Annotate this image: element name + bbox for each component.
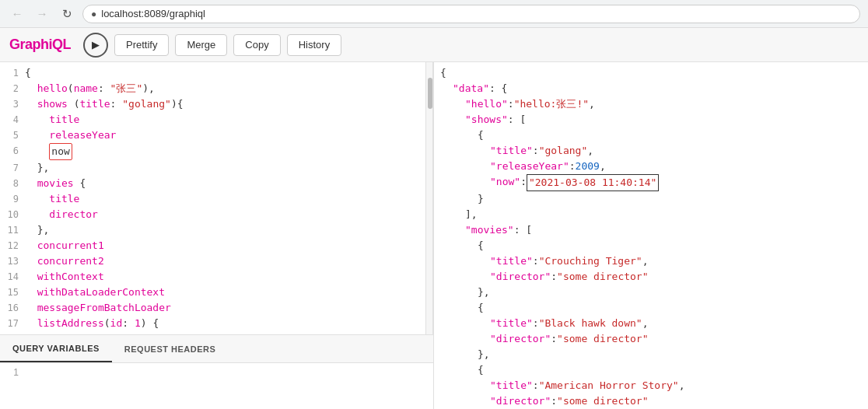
result-line: {	[434, 238, 868, 253]
graphiql-logo: GraphiQL	[9, 37, 71, 53]
graphiql-toolbar: GraphiQL ▶ Prettify Merge Copy History	[0, 28, 868, 62]
result-line: {	[434, 300, 868, 316]
result-brace: }	[478, 191, 484, 207]
prettify-button[interactable]: Prettify	[114, 34, 169, 56]
result-key: "data"	[453, 81, 489, 96]
result-key: "title"	[490, 316, 533, 331]
line-number: 13	[0, 253, 25, 268]
editor-line: 17 listAddress(id: 1) {	[0, 316, 425, 331]
editor-line: 12 concurrent1	[0, 238, 425, 253]
result-colon: :	[551, 269, 557, 285]
line-code: withContext	[25, 269, 425, 285]
editor-line: 15 withDataLoaderContext	[0, 285, 425, 300]
line-code: },	[25, 222, 425, 238]
result-brace: {	[478, 238, 484, 253]
line-code: concurrent1	[25, 238, 425, 253]
result-line: "director": "some director"	[434, 269, 868, 285]
editor-line: 9 title	[0, 191, 425, 207]
editor-line: 18 street	[0, 331, 425, 335]
editor-line: 3 shows (title: "golang"){	[0, 96, 425, 112]
highlighted-token: now	[49, 143, 72, 160]
line-code: messageFromBatchLoader	[25, 300, 425, 316]
merge-button[interactable]: Merge	[175, 34, 227, 56]
line-number: 10	[0, 207, 25, 222]
result-comma: ,	[587, 143, 593, 159]
result-key: "director"	[490, 269, 551, 285]
result-line: "title": "golang",	[434, 143, 868, 159]
forward-button[interactable]: →	[33, 5, 51, 23]
query-editor[interactable]: 1{2 hello(name: "张三"),3 shows (title: "g…	[0, 62, 425, 334]
copy-button[interactable]: Copy	[233, 34, 280, 56]
editor-scrollbar[interactable]	[425, 62, 433, 334]
result-line: "data": {	[434, 81, 868, 96]
result-key: "shows"	[465, 112, 508, 128]
address-bar[interactable]: ● localhost:8089/graphiql	[82, 5, 860, 23]
result-colon: : [	[514, 222, 532, 238]
line-number: 2	[0, 81, 25, 96]
result-line: {	[434, 362, 868, 378]
line-code: listAddress(id: 1) {	[25, 316, 425, 331]
result-colon: :	[533, 143, 539, 159]
line-number: 1	[0, 65, 25, 80]
left-panel: 1{2 hello(name: "张三"),3 shows (title: "g…	[0, 62, 434, 409]
run-button[interactable]: ▶	[83, 33, 108, 58]
result-line: },	[434, 347, 868, 362]
result-comma: ,	[600, 159, 606, 174]
result-comma: ,	[642, 316, 649, 331]
back-button[interactable]: ←	[8, 5, 26, 23]
result-line: "title": "Black hawk down",	[434, 316, 868, 331]
result-value: "Crouching Tiger"	[539, 253, 642, 269]
result-key: "title"	[490, 143, 533, 159]
result-value: "hello:张三!"	[514, 96, 589, 112]
editor-line: 8 movies {	[0, 176, 425, 191]
line-number: 14	[0, 269, 25, 284]
result-brace: {	[478, 362, 484, 378]
result-line: },	[434, 285, 868, 300]
result-key: "now"	[490, 174, 520, 191]
result-line: "now": "2021-03-08 11:40:14"	[434, 174, 868, 191]
result-colon: :	[569, 159, 576, 174]
editor-line: 2 hello(name: "张三"),	[0, 81, 425, 96]
result-brace: ],	[465, 207, 478, 222]
request-headers-tab[interactable]: REQUEST HEADERS	[112, 335, 229, 362]
result-brace: },	[478, 347, 490, 362]
history-button[interactable]: History	[287, 34, 341, 56]
variables-editor[interactable]: 1	[0, 362, 433, 409]
line-number: 9	[0, 191, 25, 206]
result-line: "title": "Crouching Tiger",	[434, 253, 868, 269]
result-value: "golang"	[539, 143, 588, 159]
line-number: 18	[0, 331, 25, 335]
line-code: {	[25, 65, 425, 81]
result-brace: {	[478, 128, 484, 143]
result-colon: :	[551, 393, 557, 409]
result-key: "releaseYear"	[490, 159, 569, 174]
result-line: }	[434, 191, 868, 207]
result-comma: ,	[589, 96, 595, 112]
result-line: {	[434, 128, 868, 143]
line-code: withDataLoaderContext	[25, 285, 425, 300]
editor-line: 7 },	[0, 160, 425, 176]
result-line: "hello": "hello:张三!",	[434, 96, 868, 112]
query-variables-tab[interactable]: QUERY VARIABLES	[0, 335, 112, 362]
main-content: 1{2 hello(name: "张三"),3 shows (title: "g…	[0, 62, 868, 409]
run-icon: ▶	[92, 39, 100, 51]
result-brace: {	[440, 65, 446, 81]
result-line: "shows": [	[434, 112, 868, 128]
line-number: 12	[0, 238, 25, 253]
result-value: 2009	[576, 159, 600, 174]
line-number: 7	[0, 160, 25, 175]
line-code: movies {	[25, 176, 425, 191]
bottom-tabs: QUERY VARIABLES REQUEST HEADERS	[0, 334, 433, 362]
editor-line: 11 },	[0, 222, 425, 238]
line-number: 4	[0, 112, 25, 127]
editor-line: 14 withContext	[0, 269, 425, 285]
browser-bar: ← → ↻ ● localhost:8089/graphiql	[0, 0, 868, 28]
editor-line: 16 messageFromBatchLoader	[0, 300, 425, 316]
reload-button[interactable]: ↻	[58, 5, 76, 23]
line-code: releaseYear	[25, 128, 425, 143]
line-code: hello(name: "张三"),	[25, 81, 425, 96]
line-code: director	[25, 207, 425, 222]
editor-line: 1{	[0, 65, 425, 81]
line-number: 3	[0, 96, 25, 111]
result-line: "title": "American Horror Story",	[434, 378, 868, 393]
